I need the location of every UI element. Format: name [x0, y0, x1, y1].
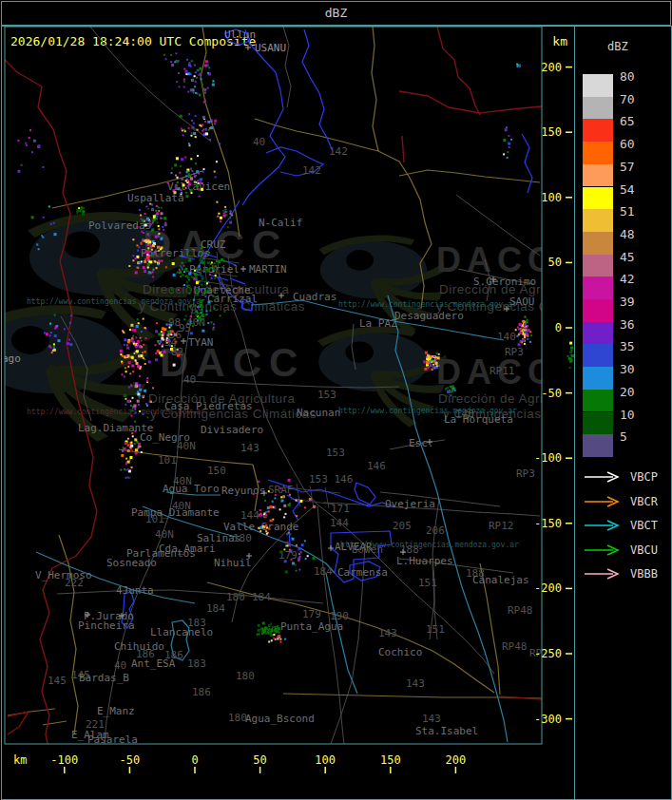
radar-echo-cell	[81, 206, 83, 208]
map-place-label: 40	[253, 136, 265, 148]
map-place-label: Ullun	[224, 29, 256, 41]
radar-echo-cell	[143, 344, 144, 346]
radar-echo-cell	[208, 129, 210, 131]
radar-echo-cell	[170, 253, 172, 255]
radar-echo-cell	[218, 213, 220, 215]
radar-echo-cell	[53, 346, 55, 348]
radar-echo-cell	[127, 438, 129, 440]
map-place-label: RP48	[502, 640, 528, 653]
radar-echo-cell	[185, 195, 188, 198]
radar-echo-cell	[207, 261, 210, 264]
radar-echo-cell	[268, 510, 270, 512]
radar-echo-cell	[186, 281, 188, 283]
radar-echo-cell	[124, 344, 125, 346]
radar-echo-cell	[163, 54, 165, 56]
radar-echo-cell	[146, 257, 149, 259]
radar-echo-cell	[176, 81, 178, 83]
radar-echo-cell	[156, 205, 158, 207]
right-axis-tick-label: -50	[541, 387, 562, 400]
radar-echo-cell	[188, 173, 190, 175]
map-place-label: Divisadero	[201, 424, 263, 436]
radar-echo-cell	[202, 277, 204, 280]
radar-echo-cell	[298, 499, 300, 502]
radar-echo-cell	[125, 367, 126, 369]
radar-echo-cell	[265, 525, 267, 527]
radar-echo-cell	[38, 248, 40, 250]
radar-echo-cell	[215, 176, 217, 178]
map-place-label: 101	[145, 513, 164, 525]
radar-echo-cell	[132, 259, 134, 261]
radar-echo-cell	[171, 288, 174, 291]
radar-echo-cell	[151, 249, 153, 251]
radar-echo-cell	[201, 284, 202, 286]
vector-arrow-icon	[583, 470, 624, 484]
radar-echo-cell	[507, 157, 509, 159]
radar-echo-cell	[182, 134, 184, 136]
radar-echo-cell	[122, 373, 124, 375]
radar-map-canvas[interactable]: DACCDACCDACCDACCDirección de Agricultura…	[0, 27, 575, 774]
radar-echo-cell	[140, 242, 142, 244]
radar-echo-cell	[146, 254, 148, 256]
radar-echo-cell	[259, 509, 261, 511]
dbz-scale-swatch	[583, 187, 613, 210]
radar-echo-cell	[174, 191, 177, 194]
map-place-label: USANU	[255, 42, 286, 54]
radar-echo-cell	[127, 461, 130, 464]
dbz-scale-value: 48	[620, 227, 635, 241]
radar-echo-cell	[184, 268, 187, 271]
radar-echo-cell	[285, 513, 287, 515]
radar-echo-cell	[125, 398, 126, 400]
radar-echo-cell	[128, 361, 131, 364]
radar-echo-cell	[166, 342, 168, 344]
bottom-axis-tick-label: 50	[253, 753, 266, 767]
radar-echo-cell	[282, 495, 285, 498]
radar-echo-cell	[217, 295, 219, 297]
radar-echo-cell	[569, 342, 572, 345]
radar-echo-cell	[133, 329, 136, 332]
radar-echo-cell	[170, 54, 172, 56]
radar-echo-cell	[266, 533, 268, 535]
radar-echo-cell	[136, 256, 139, 258]
radar-echo-cell	[141, 340, 143, 342]
radar-echo-cell	[131, 330, 133, 332]
watermark-url: http://www.contingencias.mendoza.gov.ar	[338, 300, 517, 309]
radar-echo-cell	[192, 79, 194, 81]
radar-echo-cell	[161, 331, 163, 333]
radar-echo-cell	[142, 240, 144, 242]
radar-echo-cell	[138, 404, 140, 406]
radar-echo-cell	[262, 629, 265, 632]
radar-echo-cell	[124, 468, 125, 470]
radar-echo-cell	[190, 321, 192, 323]
radar-echo-cell	[162, 346, 163, 348]
radar-echo-cell	[199, 313, 201, 314]
radar-echo-cell	[524, 343, 526, 345]
radar-echo-cell	[137, 344, 139, 346]
radar-echo-cell	[143, 232, 144, 234]
radar-echo-cell	[199, 248, 201, 250]
radar-echo-cell	[154, 253, 156, 255]
radar-echo-cell	[137, 267, 139, 269]
radar-echo-cell	[171, 345, 173, 347]
radar-echo-cell	[133, 343, 135, 345]
radar-echo-cell	[570, 352, 572, 353]
radar-echo-cell	[268, 629, 270, 631]
radar-echo-cell	[185, 315, 187, 317]
radar-echo-cell	[195, 175, 197, 177]
radar-echo-cell	[202, 124, 203, 126]
radar-echo-cell	[209, 139, 211, 141]
map-place-label: Carmensa	[337, 566, 388, 579]
radar-echo-cell	[447, 390, 450, 393]
map-place-label: Agua_Bscond	[245, 713, 315, 725]
radar-echo-cell	[171, 350, 173, 352]
radar-echo-cell	[298, 553, 300, 555]
radar-echo-cell	[31, 216, 34, 219]
radar-echo-cell	[183, 309, 185, 311]
radar-echo-cell	[139, 397, 141, 399]
radar-echo-cell	[214, 269, 216, 271]
radar-echo-cell	[76, 212, 78, 214]
radar-echo-cell	[202, 128, 204, 130]
radar-echo-cell	[64, 328, 66, 330]
radar-echo-cell	[278, 636, 280, 638]
radar-echo-cell	[204, 92, 206, 94]
radar-echo-cell	[191, 120, 193, 122]
